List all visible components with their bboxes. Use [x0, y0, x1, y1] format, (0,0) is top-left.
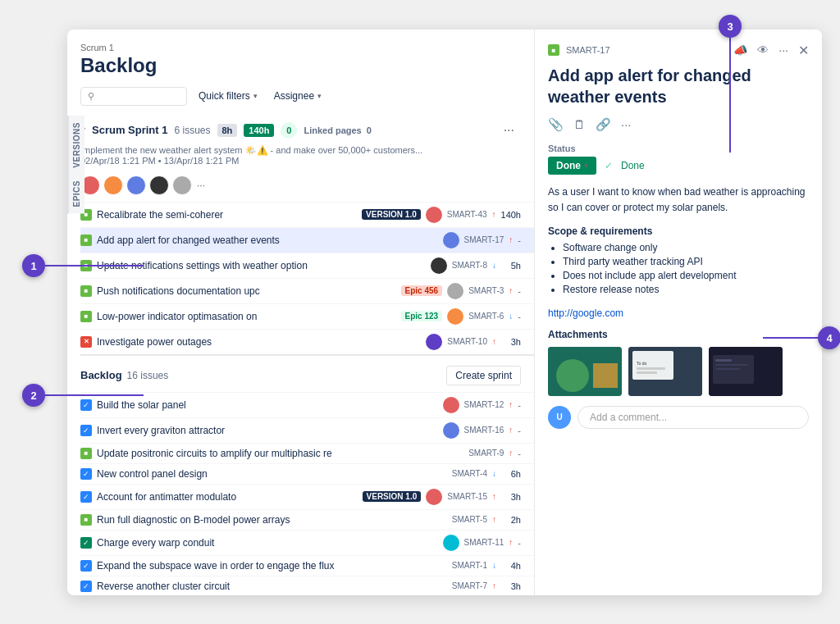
avatar-row: ···: [80, 172, 534, 202]
bug-icon: ✕: [80, 336, 92, 348]
priority-down-icon: ↓: [492, 561, 496, 570]
table-row[interactable]: ✓ Build the solar panel SMART-12 ↑ -: [80, 392, 534, 417]
time-estimate: 3h: [501, 337, 521, 347]
issue-name: Recalibrate the semi-coherer: [97, 209, 357, 221]
assignee-avatar: [443, 397, 459, 413]
done-check-icon: ✓: [605, 160, 613, 171]
attachment-thumb[interactable]: [548, 347, 622, 396]
more-actions-icon[interactable]: ···: [621, 117, 632, 131]
time-estimate: -: [518, 235, 521, 245]
child-issue-icon[interactable]: 🗒: [573, 117, 586, 131]
priority-up-icon: ↑: [509, 426, 513, 435]
attachment-thumb[interactable]: [709, 347, 783, 396]
attach-icon[interactable]: 📎: [548, 117, 564, 132]
time-estimate: 6h: [501, 469, 521, 479]
left-panel: Scrum 1 Backlog ⚲ Quick filters ▾ Assign…: [67, 30, 535, 595]
link-text[interactable]: http://google.com: [548, 307, 809, 319]
priority-up-icon: ↑: [509, 286, 513, 295]
toolbar: ⚲ Quick filters ▾ Assignee ▾: [67, 87, 534, 116]
bubble-3: 3: [719, 15, 742, 38]
priority-up-icon: ↑: [492, 515, 496, 524]
bubble-1: 1: [22, 254, 45, 277]
issue-name: Investigate power outages: [97, 336, 421, 348]
issue-name: Update positronic circuits to amplify ou…: [97, 448, 463, 459]
priority-up-icon: ↑: [509, 449, 513, 458]
issue-header: ■ SMART-17 📣 👁 ··· ✕: [548, 43, 809, 58]
table-row[interactable]: ✓ Reverse another cluster circuit SMART-…: [80, 576, 534, 595]
smart-id: SMART-9: [468, 449, 504, 458]
assignee-avatar: [431, 257, 447, 274]
bubble-4: 4: [818, 326, 840, 349]
done-button[interactable]: Done ▾: [548, 157, 596, 175]
table-row[interactable]: ■ Run full diagnostic on B-model power a…: [80, 509, 534, 530]
time-estimate: 2h: [501, 515, 521, 525]
table-row[interactable]: ■ Add app alert for changed weather even…: [80, 227, 534, 253]
assignee-avatar: [443, 232, 459, 248]
story-icon: ■: [80, 514, 92, 526]
table-row[interactable]: ✓ New control panel design SMART-4 ↓ 6h: [80, 463, 534, 484]
sprint-issues-table: ■ Recalibrate the semi-coherer VERSION 1…: [80, 202, 534, 354]
megaphone-icon[interactable]: 📣: [733, 43, 747, 57]
assignee-avatar: [426, 207, 442, 223]
svg-rect-11: [715, 364, 748, 366]
table-row[interactable]: ✓ Charge every warp conduit SMART-11 ↑ -: [80, 530, 534, 555]
time-estimate: 3h: [501, 581, 521, 591]
sprint-est1: 8h: [217, 124, 238, 137]
quick-filters-button[interactable]: Quick filters ▾: [194, 87, 262, 105]
close-button[interactable]: ✕: [798, 43, 809, 58]
checkbox-icon: ✓: [80, 537, 92, 549]
table-row[interactable]: ✓ Invert every graviton attractor SMART-…: [80, 417, 534, 443]
watch-icon[interactable]: 👁: [757, 43, 769, 57]
checkbox-icon: ✓: [80, 581, 92, 592]
avatar: [103, 175, 123, 195]
assignee-avatar: [443, 535, 459, 551]
priority-up-icon: ↑: [509, 538, 513, 547]
priority-up-icon: ↑: [492, 581, 496, 590]
smart-id: SMART-8: [452, 261, 487, 270]
smart-id: SMART-12: [464, 400, 504, 409]
link-icon[interactable]: 🔗: [596, 117, 611, 132]
smart-id: SMART-17: [464, 235, 504, 244]
status-label: Status: [548, 143, 809, 153]
attachment-thumb[interactable]: To do: [628, 347, 702, 396]
issue-id: SMART-17: [566, 45, 610, 55]
table-row[interactable]: ■ Push notifications documentation upc E…: [80, 278, 534, 303]
more-options-icon[interactable]: ···: [778, 43, 788, 57]
smart-id: SMART-11: [464, 538, 504, 547]
table-row[interactable]: ✓ Expand the subspace wave in order to e…: [80, 555, 534, 576]
versions-tab[interactable]: VERSIONS: [67, 116, 84, 175]
bubble-2: 2: [22, 384, 45, 407]
table-row[interactable]: ✕ Investigate power outages SMART-10 ↑ 3…: [80, 329, 534, 354]
list-item: Software change only: [563, 242, 809, 253]
create-sprint-button[interactable]: Create sprint: [446, 366, 521, 385]
assignee-avatar: [447, 283, 463, 299]
issue-name: New control panel design: [97, 468, 447, 480]
time-estimate: 4h: [501, 561, 521, 571]
table-row[interactable]: ✓ Account for antimatter modulato VERSIO…: [80, 484, 534, 509]
issue-name: Push notifications documentation upc: [97, 285, 396, 297]
main-card: Scrum 1 Backlog ⚲ Quick filters ▾ Assign…: [67, 30, 822, 595]
epics-tab[interactable]: EPICS: [67, 174, 84, 214]
avatar: [149, 175, 169, 195]
assignee-avatar: [447, 308, 463, 325]
list-item: Does not include app alert development: [563, 270, 809, 281]
avatar: [172, 175, 192, 195]
table-row[interactable]: ■ Update positronic circuits to amplify …: [80, 443, 534, 463]
assignee-button[interactable]: Assignee ▾: [269, 87, 326, 105]
backlog-count: 16 issues: [127, 370, 169, 381]
search-icon: ⚲: [88, 91, 94, 102]
sprint-more-button[interactable]: ···: [497, 123, 521, 138]
table-row[interactable]: ■ Low-power indicator optimasation on Ep…: [80, 303, 534, 329]
assignee-avatar: [426, 489, 442, 505]
comment-input[interactable]: Add a comment...: [578, 406, 809, 429]
status-section: Status Done ▾ ✓ Done: [548, 143, 809, 175]
table-row[interactable]: ■ Recalibrate the semi-coherer VERSION 1…: [80, 202, 534, 227]
priority-up-icon: ↑: [509, 235, 513, 244]
table-row[interactable]: ■ Update notifications settings with wea…: [80, 253, 534, 278]
issue-name: Reverse another cluster circuit: [97, 581, 447, 592]
list-item: Third party weather tracking API: [563, 256, 809, 267]
action-bar: 📎 🗒 🔗 ···: [548, 117, 809, 132]
priority-up-icon: ↑: [492, 337, 496, 346]
search-box[interactable]: ⚲: [80, 87, 187, 106]
time-estimate: -: [518, 426, 521, 435]
